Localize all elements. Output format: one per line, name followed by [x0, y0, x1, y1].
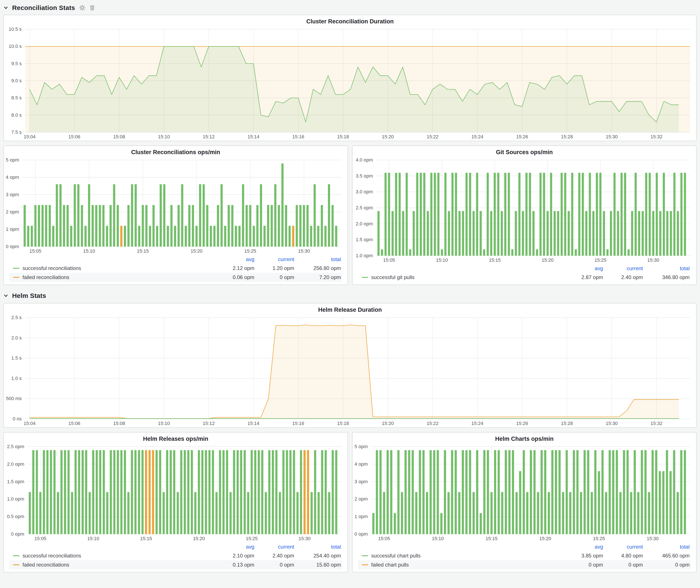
legend-label[interactable]: failed reconciliations: [23, 562, 69, 568]
cluster-reconciliations-ops-chart[interactable]: 15:0515:1015:1515:2015:2515:300 opm1 opm…: [4, 157, 347, 255]
legend-label[interactable]: failed reconciliations: [23, 274, 69, 280]
git-sources-ops-chart[interactable]: 15:0515:1015:1515:2015:2515:301.0 opm1.5…: [353, 157, 696, 264]
svg-text:1 opm: 1 opm: [6, 226, 19, 232]
legend-label[interactable]: successful chart pulls: [371, 553, 421, 559]
svg-text:0 opm: 0 opm: [355, 531, 368, 537]
panel-title[interactable]: Helm Releases ops/min: [4, 433, 347, 443]
svg-text:15:15: 15:15: [137, 248, 149, 254]
svg-text:15:25: 15:25: [246, 536, 258, 541]
svg-text:15:30: 15:30: [647, 536, 659, 541]
panel-git-sources-ops: Git Sources ops/min 15:0515:1015:1515:20…: [352, 145, 697, 285]
svg-text:0 opm: 0 opm: [11, 531, 24, 537]
svg-text:15:28: 15:28: [561, 421, 573, 426]
legend-header-avg[interactable]: avg: [216, 255, 256, 264]
svg-text:4 opm: 4 opm: [355, 461, 368, 467]
svg-text:15:06: 15:06: [68, 421, 80, 426]
legend: avg current total successful git pulls 2…: [353, 264, 696, 284]
legend-label[interactable]: successful reconciliations: [23, 265, 81, 271]
series-dash-icon: [362, 555, 368, 556]
section-header-reconciliation-stats[interactable]: Reconciliation Stats: [3, 3, 697, 13]
legend-label[interactable]: successful reconciliations: [23, 553, 81, 559]
svg-text:7.5 s: 7.5 s: [11, 129, 22, 135]
legend-total-value: 256.80 opm: [295, 264, 342, 273]
legend-label[interactable]: successful git pulls: [371, 274, 415, 280]
legend-total-value: 346.80 opm: [644, 273, 691, 282]
panel-title[interactable]: Helm Release Duration: [4, 304, 696, 314]
panel-cluster-reconciliations-ops: Cluster Reconciliations ops/min 15:0515:…: [3, 145, 348, 285]
svg-text:0 opm: 0 opm: [6, 244, 19, 249]
cluster-reconciliation-duration-chart[interactable]: 15:0415:0615:0815:1015:1215:1415:1615:18…: [4, 26, 696, 141]
legend-header-total[interactable]: total: [644, 543, 691, 551]
svg-text:4.0 opm: 4.0 opm: [356, 157, 373, 163]
svg-text:15:30: 15:30: [299, 536, 311, 541]
svg-text:3.0 opm: 3.0 opm: [356, 189, 373, 194]
svg-text:15:25: 15:25: [593, 536, 605, 541]
svg-text:15:05: 15:05: [29, 248, 41, 254]
panel-cluster-reconciliation-duration: Cluster Reconciliation Duration 15:0415:…: [3, 15, 697, 141]
svg-text:2 opm: 2 opm: [6, 209, 19, 215]
legend-header-spacer: [9, 255, 216, 264]
section-header-helm-stats[interactable]: Helm Stats: [3, 290, 697, 301]
svg-text:15:30: 15:30: [647, 257, 659, 263]
legend-header-total[interactable]: total: [295, 255, 342, 264]
gear-icon[interactable]: [79, 5, 85, 11]
panel-helm-releases-ops: Helm Releases ops/min 15:0515:1015:1515:…: [3, 432, 348, 572]
svg-text:1.5 opm: 1.5 opm: [7, 479, 24, 484]
chevron-down-icon[interactable]: [3, 5, 8, 10]
svg-text:15:05: 15:05: [378, 536, 390, 541]
svg-text:15:26: 15:26: [516, 421, 528, 426]
svg-text:15:20: 15:20: [193, 536, 205, 541]
svg-text:15:20: 15:20: [382, 134, 394, 139]
svg-text:9.0 s: 9.0 s: [11, 78, 22, 83]
helm-charts-ops-chart[interactable]: 15:0515:1015:1515:2015:2515:300 opm1 opm…: [353, 443, 696, 543]
svg-text:15:10: 15:10: [87, 536, 99, 541]
svg-text:2.5 opm: 2.5 opm: [7, 444, 24, 449]
legend-header-current[interactable]: current: [256, 543, 295, 551]
trash-icon[interactable]: [89, 5, 95, 11]
panel-title[interactable]: Cluster Reconciliations ops/min: [4, 146, 347, 157]
legend-row-successful-reconciliations: successful reconciliations 2.12 opm 1.20…: [9, 264, 342, 273]
svg-text:15:32: 15:32: [650, 134, 662, 139]
svg-text:2 opm: 2 opm: [355, 496, 368, 502]
svg-text:15:25: 15:25: [594, 257, 606, 263]
legend: avg current total successful reconciliat…: [4, 255, 347, 284]
panel-title[interactable]: Cluster Reconciliation Duration: [4, 15, 696, 26]
series-dash-icon: [13, 268, 19, 269]
svg-text:3 opm: 3 opm: [355, 479, 368, 484]
svg-text:9.5 s: 9.5 s: [11, 61, 22, 66]
series-dash-icon: [362, 564, 368, 565]
legend-header-current[interactable]: current: [604, 543, 644, 551]
helm-releases-ops-chart[interactable]: 15:0515:1015:1515:2015:2515:300 opm0.5 o…: [4, 443, 347, 543]
legend-header-current[interactable]: current: [604, 264, 644, 273]
dashboard-page: Reconciliation Stats Cluster Reconciliat…: [0, 0, 700, 574]
legend-header-spacer: [358, 543, 565, 551]
legend: avg current total successful chart pulls…: [353, 543, 696, 572]
helm-release-duration-chart[interactable]: 15:0415:0615:0815:1015:1215:1415:1615:18…: [4, 314, 696, 427]
legend-header-total[interactable]: total: [644, 264, 691, 273]
panel-title[interactable]: Git Sources ops/min: [353, 146, 696, 157]
svg-text:1.5 s: 1.5 s: [11, 355, 22, 361]
legend-label[interactable]: failed chart pulls: [371, 562, 409, 568]
legend-header-total[interactable]: total: [295, 543, 342, 551]
section-title[interactable]: Reconciliation Stats: [12, 4, 75, 11]
svg-text:15:10: 15:10: [158, 134, 170, 139]
svg-text:15:10: 15:10: [83, 248, 95, 254]
svg-text:15:20: 15:20: [190, 248, 202, 254]
svg-text:4 opm: 4 opm: [6, 174, 19, 180]
legend-row-failed-reconciliations: failed reconciliations 0.13 opm 0 opm 15…: [9, 560, 342, 569]
svg-text:2.5 s: 2.5 s: [11, 315, 22, 320]
svg-text:500 ms: 500 ms: [6, 396, 22, 401]
section-title[interactable]: Helm Stats: [12, 292, 46, 299]
legend-row-successful-reconciliations: successful reconciliations 2.10 opm 2.40…: [9, 551, 342, 560]
svg-text:15:10: 15:10: [432, 536, 444, 541]
chevron-down-icon[interactable]: [3, 293, 8, 298]
series-dash-icon: [13, 555, 19, 556]
series-dash-icon: [13, 277, 19, 278]
legend-header-current[interactable]: current: [256, 255, 295, 264]
legend-header-avg[interactable]: avg: [216, 543, 256, 551]
legend-header-avg[interactable]: avg: [565, 543, 604, 551]
svg-text:1.0 opm: 1.0 opm: [7, 496, 24, 502]
legend: avg current total successful reconciliat…: [4, 543, 347, 572]
legend-header-avg[interactable]: avg: [565, 264, 604, 273]
panel-title[interactable]: Helm Charts ops/min: [353, 433, 696, 443]
